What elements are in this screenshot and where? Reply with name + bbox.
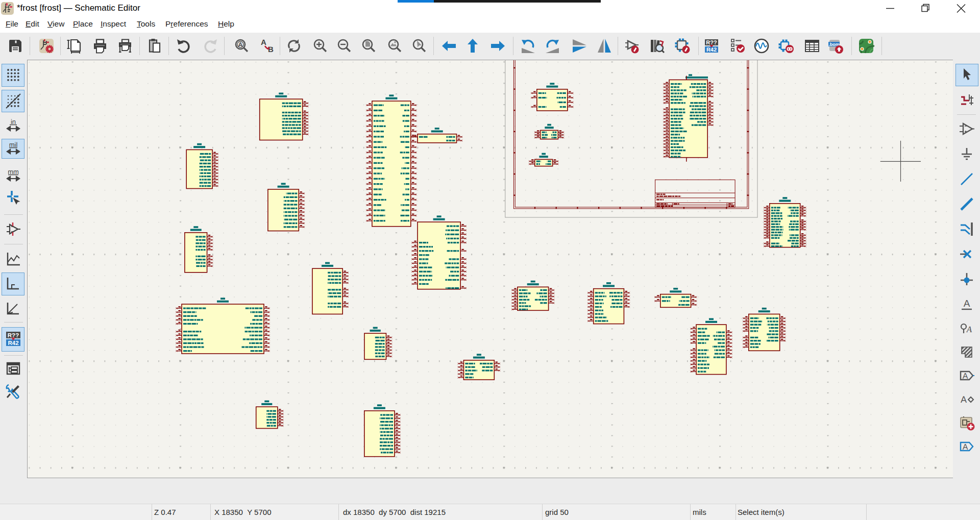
svg-text:mm: mm [8,168,19,176]
svg-text:A: A [963,372,968,381]
svg-text:A: A [966,325,972,334]
svg-text:B: B [268,45,274,54]
svg-text:A: A [963,443,968,452]
svg-text:A: A [961,394,967,405]
svg-text:R42: R42 [8,340,18,346]
svg-text:A: A [964,299,970,309]
svg-text:in: in [11,118,16,126]
svg-text:R42: R42 [706,47,717,53]
svg-text:mil: mil [9,141,18,148]
svg-text:A: A [261,38,266,47]
